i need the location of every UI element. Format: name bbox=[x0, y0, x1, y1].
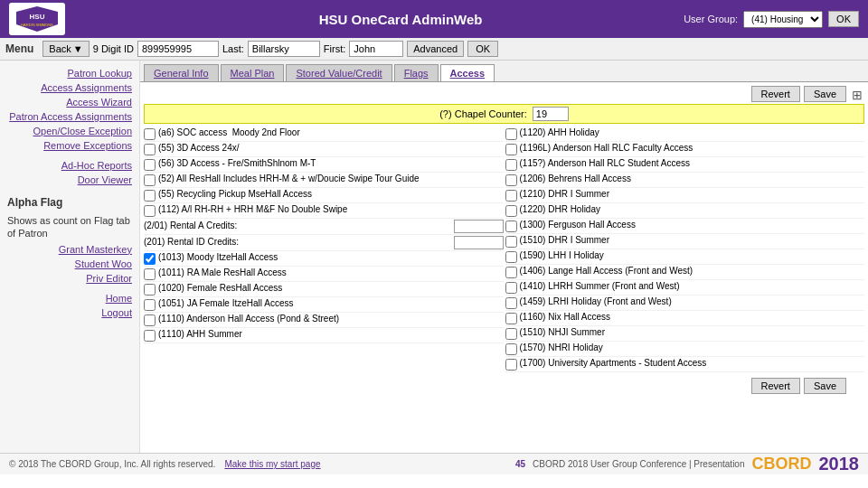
first-label: First: bbox=[324, 43, 345, 54]
menu-ok-button[interactable]: OK bbox=[467, 41, 498, 57]
access-label-dhr-holiday: (1220) DHR Holiday bbox=[520, 204, 865, 216]
logo-area: HSU HARDIN SIMMONS bbox=[9, 3, 118, 35]
tab-meal-plan[interactable]: Meal Plan bbox=[221, 64, 285, 81]
chapel-counter-label: (?) Chapel Counter: bbox=[439, 108, 527, 119]
access-label-university-apts: (1700) University Apartments - Student A… bbox=[520, 358, 865, 370]
access-checkbox-ja-female[interactable] bbox=[144, 299, 156, 311]
access-checkbox-recycling[interactable] bbox=[144, 190, 156, 202]
expand-icon[interactable]: ⊞ bbox=[852, 88, 863, 102]
sidebar-item-door-viewer[interactable]: Door Viewer bbox=[0, 173, 139, 187]
access-checkbox-university-apts[interactable] bbox=[505, 359, 517, 371]
access-row-rental-a: (2/01) Rental A Credits: bbox=[144, 219, 504, 235]
header: HSU HARDIN SIMMONS HSU OneCard AdminWeb … bbox=[0, 0, 868, 38]
access-checkbox-3d-fre[interactable] bbox=[144, 159, 156, 171]
access-row-anderson-rlc-stu: (115?) Anderson Hall RLC Student Access bbox=[505, 157, 865, 173]
revert-button-bottom[interactable]: Revert bbox=[751, 378, 800, 394]
access-label-female: (1020) Female ResHall Access bbox=[158, 283, 504, 295]
access-row-ahh-holiday: (1120) AHH Holiday bbox=[505, 127, 865, 142]
sidebar-item-priv[interactable]: Priv Editor bbox=[0, 271, 139, 286]
access-checkbox-ra-male[interactable] bbox=[144, 268, 156, 280]
access-checkbox-dhr-i-summer[interactable] bbox=[505, 236, 517, 248]
sidebar-item-adhoc[interactable]: Ad-Hoc Reports bbox=[0, 158, 139, 173]
rental-a-input[interactable] bbox=[454, 220, 504, 233]
access-checkbox-anderson-rlc-stu[interactable] bbox=[505, 159, 517, 171]
tab-stored-value[interactable]: Stored Value/Credit bbox=[286, 64, 392, 81]
logo-box: HSU HARDIN SIMMONS bbox=[9, 3, 65, 35]
sidebar-item-access-assignments[interactable]: Access Assignments bbox=[0, 80, 139, 95]
access-checkbox-anderson[interactable] bbox=[144, 314, 156, 326]
access-row-moody: (1013) Moody ItzeHall Access bbox=[144, 251, 504, 267]
sidebar-item-patron-lookup[interactable]: Patron Lookup bbox=[0, 66, 139, 80]
access-checkbox-ahh-summer[interactable] bbox=[144, 330, 156, 342]
access-checkbox-ferguson[interactable] bbox=[505, 221, 517, 232]
access-row-behrens: (1206) Behrens Hall Access bbox=[505, 173, 865, 188]
header-right: User Group: (41) Housing OK bbox=[684, 11, 859, 28]
sidebar-item-remove[interactable]: Remove Exceptions bbox=[0, 138, 139, 153]
menu-label: Menu bbox=[5, 42, 33, 55]
access-checkbox-soc[interactable] bbox=[144, 128, 156, 140]
rental-id-input[interactable] bbox=[454, 236, 504, 249]
sidebar-item-home[interactable]: Home bbox=[0, 291, 139, 305]
revert-button-top[interactable]: Revert bbox=[751, 86, 800, 102]
sidebar-item-open-close[interactable]: Open/Close Exception bbox=[0, 124, 139, 138]
access-row-rental-id: (201) Rental ID Credits: bbox=[144, 235, 504, 251]
access-row-ra-male: (1011) RA Male ResHall Access bbox=[144, 267, 504, 282]
access-checkbox-nix[interactable] bbox=[505, 313, 517, 324]
access-row-3d-fre: (56) 3D Access - Fre/SmithShlnom M-T bbox=[144, 157, 504, 173]
nine-digit-input[interactable] bbox=[137, 41, 219, 57]
access-checkbox-3d[interactable] bbox=[144, 144, 156, 155]
access-checkbox-nhji-summer[interactable] bbox=[505, 328, 517, 340]
access-row-recycling: (55) Recycling Pickup MseHall Access bbox=[144, 188, 504, 203]
access-checkbox-dhr-summer[interactable] bbox=[505, 190, 517, 202]
access-checkbox-behrens[interactable] bbox=[505, 174, 517, 186]
access-checkbox-all-rh[interactable] bbox=[144, 205, 156, 217]
access-label-dhr-i-summer: (1510) DHR I Summer bbox=[520, 235, 865, 247]
sidebar-item-grant[interactable]: Grant Masterkey bbox=[0, 242, 139, 257]
access-checkbox-dhr-holiday[interactable] bbox=[505, 205, 517, 217]
make-start-link[interactable]: Make this my start page bbox=[224, 459, 320, 469]
access-checkbox-moody[interactable] bbox=[144, 253, 156, 265]
header-title: HSU OneCard AdminWeb bbox=[118, 12, 684, 27]
access-label-ahh-holiday: (1120) AHH Holiday bbox=[520, 127, 865, 139]
access-checkbox-lrhi-holiday[interactable] bbox=[505, 297, 517, 309]
access-checkbox-all-reshall[interactable] bbox=[144, 174, 156, 186]
access-row-lhrh-summer: (1410) LHRH Summer (Front and West) bbox=[505, 280, 865, 296]
first-name-input[interactable] bbox=[349, 41, 403, 57]
save-button-top[interactable]: Save bbox=[804, 86, 846, 102]
access-checkbox-ahh-holiday[interactable] bbox=[505, 128, 517, 140]
access-row-all-reshall: (52) All ResHall Includes HRH-M & + w/Do… bbox=[144, 173, 504, 188]
access-row-anderson-rlc-fac: (1196L) Anderson Hall RLC Faculty Access bbox=[505, 142, 865, 157]
save-button-bottom[interactable]: Save bbox=[804, 378, 846, 394]
access-label-anderson-rlc-stu: (115?) Anderson Hall RLC Student Access bbox=[520, 158, 865, 170]
sidebar-item-student[interactable]: Student Woo bbox=[0, 257, 139, 271]
sidebar-item-patron-access[interactable]: Patron Access Assignments bbox=[0, 109, 139, 124]
header-ok-button[interactable]: OK bbox=[828, 11, 859, 27]
sidebar-item-access-wizard[interactable]: Access Wizard bbox=[0, 95, 139, 109]
last-name-input[interactable] bbox=[248, 41, 320, 57]
access-label-lhrh-summer: (1410) LHRH Summer (Front and West) bbox=[520, 281, 865, 293]
access-label-moody: (1013) Moody ItzeHall Access bbox=[158, 252, 504, 264]
tab-access[interactable]: Access bbox=[440, 64, 495, 81]
sidebar-item-logout[interactable]: Logout bbox=[0, 305, 139, 320]
access-row-female: (1020) Female ResHall Access bbox=[144, 282, 504, 297]
tab-flags[interactable]: Flags bbox=[394, 64, 439, 81]
access-row-nhri-holiday: (1570) NHRI Holiday bbox=[505, 342, 865, 357]
access-row-ferguson: (1300) Ferguson Hall Access bbox=[505, 219, 865, 234]
access-row-dhr-i-summer: (1510) DHR I Summer bbox=[505, 234, 865, 249]
access-checkbox-lange[interactable] bbox=[505, 267, 517, 278]
access-label-nhri-holiday: (1570) NHRI Holiday bbox=[520, 343, 865, 354]
bottom-toolbar: Revert Save bbox=[140, 374, 868, 396]
tab-general-info[interactable]: General Info bbox=[144, 64, 219, 81]
access-checkbox-female[interactable] bbox=[144, 284, 156, 296]
access-label-recycling: (55) Recycling Pickup MseHall Access bbox=[158, 189, 504, 201]
access-checkbox-lhh-holiday[interactable] bbox=[505, 251, 517, 263]
access-label-rental-a: (2/01) Rental A Credits: bbox=[144, 221, 454, 232]
access-checkbox-anderson-rlc-fac[interactable] bbox=[505, 144, 517, 155]
access-col-right: (1120) AHH Holiday (1196L) Anderson Hall… bbox=[505, 127, 865, 372]
back-button[interactable]: Back ▼ bbox=[42, 41, 89, 57]
advanced-button[interactable]: Advanced bbox=[407, 41, 464, 57]
chapel-counter-input[interactable] bbox=[533, 107, 569, 121]
access-checkbox-lhrh-summer[interactable] bbox=[505, 282, 517, 294]
user-group-select[interactable]: (41) Housing bbox=[743, 11, 823, 28]
access-checkbox-nhri-holiday[interactable] bbox=[505, 343, 517, 355]
